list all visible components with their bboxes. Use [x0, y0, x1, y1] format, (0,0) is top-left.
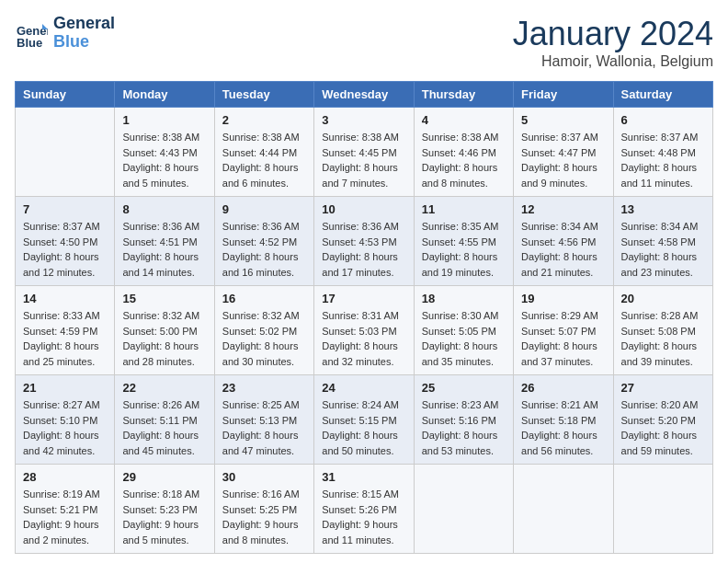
day-info: Sunrise: 8:36 AM Sunset: 4:53 PM Dayligh… — [322, 219, 405, 280]
day-info: Sunrise: 8:38 AM Sunset: 4:46 PM Dayligh… — [422, 130, 506, 190]
day-info: Sunrise: 8:37 AM Sunset: 4:47 PM Dayligh… — [521, 130, 605, 190]
title-block: January 2024 Hamoir, Wallonia, Belgium — [513, 15, 713, 70]
calendar-day-cell: 23Sunrise: 8:25 AM Sunset: 5:13 PM Dayli… — [214, 375, 313, 465]
calendar-day-cell: 9Sunrise: 8:36 AM Sunset: 4:52 PM Daylig… — [214, 197, 313, 286]
calendar-day-cell: 15Sunrise: 8:32 AM Sunset: 5:00 PM Dayli… — [115, 286, 214, 375]
calendar-day-cell: 25Sunrise: 8:23 AM Sunset: 5:16 PM Dayli… — [414, 375, 513, 465]
day-number: 31 — [322, 470, 405, 484]
calendar-day-cell: 8Sunrise: 8:36 AM Sunset: 4:51 PM Daylig… — [115, 197, 214, 286]
calendar-day-cell: 18Sunrise: 8:30 AM Sunset: 5:05 PM Dayli… — [414, 286, 513, 375]
calendar-day-cell: 12Sunrise: 8:34 AM Sunset: 4:56 PM Dayli… — [514, 197, 613, 286]
day-number: 8 — [122, 202, 206, 216]
day-number: 17 — [322, 292, 405, 305]
day-info: Sunrise: 8:19 AM Sunset: 5:21 PM Dayligh… — [23, 487, 107, 547]
calendar-day-cell: 13Sunrise: 8:34 AM Sunset: 4:58 PM Dayli… — [613, 197, 712, 286]
day-info: Sunrise: 8:27 AM Sunset: 5:10 PM Dayligh… — [23, 397, 107, 458]
calendar-week-row: 7Sunrise: 8:37 AM Sunset: 4:50 PM Daylig… — [16, 197, 713, 286]
day-number: 21 — [23, 381, 107, 395]
calendar-day-cell: 2Sunrise: 8:38 AM Sunset: 4:44 PM Daylig… — [214, 108, 313, 197]
day-number: 22 — [122, 381, 206, 395]
logo-line2: Blue — [53, 33, 115, 52]
calendar-day-cell: 14Sunrise: 8:33 AM Sunset: 4:59 PM Dayli… — [16, 286, 115, 375]
day-number: 5 — [521, 113, 605, 127]
day-info: Sunrise: 8:36 AM Sunset: 4:51 PM Dayligh… — [122, 219, 206, 280]
weekday-header-cell: Monday — [115, 82, 214, 108]
day-info: Sunrise: 8:25 AM Sunset: 5:13 PM Dayligh… — [222, 397, 306, 458]
day-number: 29 — [122, 470, 206, 484]
day-info: Sunrise: 8:26 AM Sunset: 5:11 PM Dayligh… — [122, 397, 206, 458]
day-number: 28 — [23, 470, 107, 484]
svg-text:Blue: Blue — [17, 36, 42, 50]
day-info: Sunrise: 8:32 AM Sunset: 5:02 PM Dayligh… — [222, 308, 306, 369]
day-info: Sunrise: 8:36 AM Sunset: 4:52 PM Dayligh… — [222, 219, 306, 280]
calendar-day-cell: 6Sunrise: 8:37 AM Sunset: 4:48 PM Daylig… — [613, 108, 712, 197]
day-number: 23 — [222, 381, 306, 395]
day-info: Sunrise: 8:35 AM Sunset: 4:55 PM Dayligh… — [422, 219, 506, 280]
day-number: 11 — [422, 202, 506, 216]
calendar-week-row: 28Sunrise: 8:19 AM Sunset: 5:21 PM Dayli… — [16, 465, 713, 554]
day-info: Sunrise: 8:20 AM Sunset: 5:20 PM Dayligh… — [621, 397, 705, 458]
weekday-header-cell: Thursday — [414, 82, 513, 108]
calendar-body: 1Sunrise: 8:38 AM Sunset: 4:43 PM Daylig… — [16, 108, 713, 554]
day-info: Sunrise: 8:29 AM Sunset: 5:07 PM Dayligh… — [521, 308, 605, 369]
calendar-day-cell: 26Sunrise: 8:21 AM Sunset: 5:18 PM Dayli… — [514, 375, 613, 465]
day-info: Sunrise: 8:16 AM Sunset: 5:25 PM Dayligh… — [222, 487, 306, 547]
day-number: 27 — [621, 381, 705, 395]
day-number: 26 — [521, 381, 605, 395]
calendar-day-cell — [16, 108, 115, 197]
day-number: 9 — [222, 202, 306, 216]
day-info: Sunrise: 8:24 AM Sunset: 5:15 PM Dayligh… — [322, 397, 405, 458]
logo-line1: General — [53, 15, 115, 33]
day-number: 30 — [222, 470, 306, 484]
weekday-header-cell: Sunday — [16, 82, 115, 108]
weekday-header-cell: Friday — [514, 82, 613, 108]
calendar-day-cell: 24Sunrise: 8:24 AM Sunset: 5:15 PM Dayli… — [314, 375, 414, 465]
day-info: Sunrise: 8:38 AM Sunset: 4:43 PM Dayligh… — [122, 130, 206, 190]
day-number: 24 — [322, 381, 405, 395]
day-number: 7 — [23, 202, 107, 216]
calendar-day-cell: 11Sunrise: 8:35 AM Sunset: 4:55 PM Dayli… — [414, 197, 513, 286]
month-title: January 2024 — [513, 15, 713, 53]
calendar-day-cell: 20Sunrise: 8:28 AM Sunset: 5:08 PM Dayli… — [613, 286, 712, 375]
calendar-day-cell — [414, 465, 513, 554]
calendar-day-cell: 19Sunrise: 8:29 AM Sunset: 5:07 PM Dayli… — [514, 286, 613, 375]
day-info: Sunrise: 8:23 AM Sunset: 5:16 PM Dayligh… — [422, 397, 506, 458]
calendar-week-row: 14Sunrise: 8:33 AM Sunset: 4:59 PM Dayli… — [16, 286, 713, 375]
day-info: Sunrise: 8:38 AM Sunset: 4:44 PM Dayligh… — [222, 130, 306, 190]
calendar-day-cell: 5Sunrise: 8:37 AM Sunset: 4:47 PM Daylig… — [514, 108, 613, 197]
day-number: 6 — [621, 113, 705, 127]
day-info: Sunrise: 8:32 AM Sunset: 5:00 PM Dayligh… — [122, 308, 206, 369]
calendar-day-cell: 22Sunrise: 8:26 AM Sunset: 5:11 PM Dayli… — [115, 375, 214, 465]
calendar-day-cell: 28Sunrise: 8:19 AM Sunset: 5:21 PM Dayli… — [16, 465, 115, 554]
day-number: 19 — [521, 292, 605, 305]
day-number: 10 — [322, 202, 405, 216]
location-subtitle: Hamoir, Wallonia, Belgium — [513, 53, 713, 70]
calendar-day-cell: 10Sunrise: 8:36 AM Sunset: 4:53 PM Dayli… — [314, 197, 414, 286]
day-number: 14 — [23, 292, 107, 305]
logo-icon: General Blue — [15, 17, 48, 50]
weekday-header-cell: Wednesday — [314, 82, 414, 108]
day-info: Sunrise: 8:34 AM Sunset: 4:56 PM Dayligh… — [521, 219, 605, 280]
day-number: 20 — [621, 292, 705, 305]
day-number: 1 — [122, 113, 206, 127]
day-number: 18 — [422, 292, 506, 305]
day-info: Sunrise: 8:37 AM Sunset: 4:50 PM Dayligh… — [23, 219, 107, 280]
day-number: 12 — [521, 202, 605, 216]
day-number: 2 — [222, 113, 306, 127]
day-number: 25 — [422, 381, 506, 395]
calendar-day-cell: 7Sunrise: 8:37 AM Sunset: 4:50 PM Daylig… — [16, 197, 115, 286]
day-number: 15 — [122, 292, 206, 305]
calendar-day-cell: 1Sunrise: 8:38 AM Sunset: 4:43 PM Daylig… — [115, 108, 214, 197]
day-info: Sunrise: 8:31 AM Sunset: 5:03 PM Dayligh… — [322, 308, 405, 369]
calendar-day-cell: 21Sunrise: 8:27 AM Sunset: 5:10 PM Dayli… — [16, 375, 115, 465]
day-info: Sunrise: 8:21 AM Sunset: 5:18 PM Dayligh… — [521, 397, 605, 458]
calendar-day-cell: 30Sunrise: 8:16 AM Sunset: 5:25 PM Dayli… — [214, 465, 313, 554]
day-info: Sunrise: 8:33 AM Sunset: 4:59 PM Dayligh… — [23, 308, 107, 369]
calendar-day-cell: 27Sunrise: 8:20 AM Sunset: 5:20 PM Dayli… — [613, 375, 712, 465]
weekday-header-cell: Saturday — [613, 82, 712, 108]
calendar-day-cell: 29Sunrise: 8:18 AM Sunset: 5:23 PM Dayli… — [115, 465, 214, 554]
day-number: 3 — [322, 113, 405, 127]
calendar-day-cell: 17Sunrise: 8:31 AM Sunset: 5:03 PM Dayli… — [314, 286, 414, 375]
calendar-day-cell: 16Sunrise: 8:32 AM Sunset: 5:02 PM Dayli… — [214, 286, 313, 375]
calendar-week-row: 1Sunrise: 8:38 AM Sunset: 4:43 PM Daylig… — [16, 108, 713, 197]
